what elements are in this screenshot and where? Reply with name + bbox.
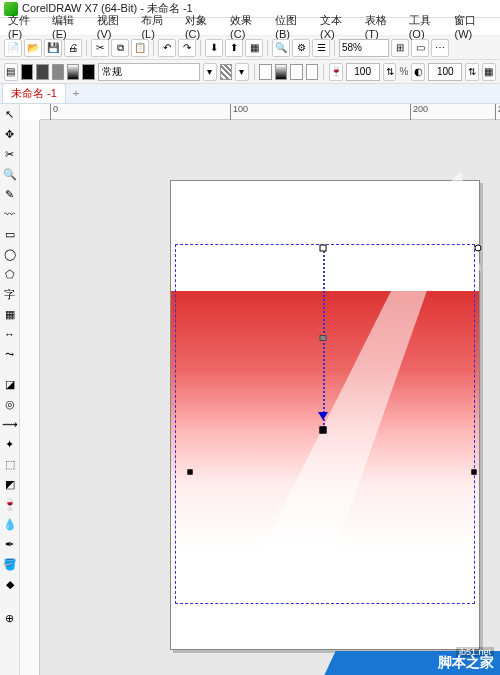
menu-object[interactable]: 对象(C) <box>181 13 224 40</box>
pick-tool[interactable]: ↖ <box>2 106 18 122</box>
edit-fill-button[interactable]: ▤ <box>4 63 18 81</box>
undo-button[interactable]: ↶ <box>158 39 176 57</box>
fill-linear-swatch[interactable] <box>275 64 287 80</box>
separator <box>254 64 255 80</box>
vertical-ruler <box>20 120 40 675</box>
dropdown-icon[interactable]: ▾ <box>203 63 217 81</box>
document-tabbar: 未命名 -1 + <box>0 84 500 104</box>
toolbox: ↖ ✥ ✂ 🔍 ✎ 〰 ▭ ◯ ⬠ 字 ▦ ↔ ⤳ ◪ ◎ ⟿ ✦ ⬚ ◩ 🍷 … <box>0 104 20 675</box>
fill-none-swatch[interactable] <box>259 64 271 80</box>
swatch-gray[interactable] <box>52 64 64 80</box>
distort-tool[interactable]: ✦ <box>2 436 18 452</box>
print-button[interactable]: 🖨 <box>64 39 82 57</box>
rotation-handle[interactable] <box>475 245 482 252</box>
stepper2-icon[interactable]: ⇅ <box>465 63 479 81</box>
work-area: ↖ ✥ ✂ 🔍 ✎ 〰 ▭ ◯ ⬠ 字 ▦ ↔ ⤳ ◪ ◎ ⟿ ✦ ⬚ ◩ 🍷 … <box>0 104 500 675</box>
gradient-end-handle[interactable] <box>320 427 327 434</box>
redo-button[interactable]: ↷ <box>178 39 196 57</box>
stepper-icon[interactable]: ⇅ <box>383 63 397 81</box>
rectangle-tool[interactable]: ▭ <box>2 226 18 242</box>
menu-table[interactable]: 表格(T) <box>361 13 403 40</box>
swatch-dkgray[interactable] <box>36 64 48 80</box>
contour-tool[interactable]: ◎ <box>2 396 18 412</box>
copy-button[interactable]: ⧉ <box>111 39 129 57</box>
gradient-start-handle[interactable] <box>320 245 327 252</box>
interactive-fill-tool[interactable]: ◆ <box>2 576 18 592</box>
menu-effects[interactable]: 效果(C) <box>226 13 269 40</box>
sel-handle[interactable] <box>472 470 477 475</box>
import-button[interactable]: ⬇ <box>205 39 223 57</box>
menu-layout[interactable]: 布局(L) <box>137 13 179 40</box>
property-bar: ▤ ▾ ▾ 🍷 ⇅ % ◐ ⇅ ▦ <box>0 60 500 84</box>
expand-icon[interactable]: ⊕ <box>2 610 18 626</box>
ruler-tick: 200 <box>410 104 428 120</box>
cut-button[interactable]: ✂ <box>91 39 109 57</box>
separator <box>267 40 268 56</box>
dropshadow-tool[interactable]: ◪ <box>2 376 18 392</box>
menu-text[interactable]: 文本(X) <box>316 13 359 40</box>
ruler-tick: 100 <box>230 104 248 120</box>
freehand-tool[interactable]: ✎ <box>2 186 18 202</box>
canvas-area: 0 100 200 250 <box>20 104 500 675</box>
artistic-tool[interactable]: 〰 <box>2 206 18 222</box>
red-gradient-object[interactable] <box>171 291 479 551</box>
search-button[interactable]: 🔍 <box>272 39 290 57</box>
polygon-tool[interactable]: ⬠ <box>2 266 18 282</box>
menu-view[interactable]: 视图(V) <box>93 13 136 40</box>
launch-button[interactable]: ⚙ <box>292 39 310 57</box>
snap-button[interactable]: ⊞ <box>391 39 409 57</box>
separator <box>323 64 324 80</box>
eyedropper-tool[interactable]: 💧 <box>2 516 18 532</box>
menu-file[interactable]: 文件(F) <box>4 13 46 40</box>
blend-tool[interactable]: ⟿ <box>2 416 18 432</box>
swatch-gradient[interactable] <box>67 64 79 80</box>
apply-button[interactable]: ▦ <box>482 63 496 81</box>
snap2-button[interactable]: ▭ <box>411 39 429 57</box>
dropdown2-icon[interactable]: ▾ <box>235 63 249 81</box>
extrude-tool[interactable]: ◩ <box>2 476 18 492</box>
merge-icon: ◐ <box>411 63 425 81</box>
new-tab-button[interactable]: + <box>68 87 84 103</box>
envelope-tool[interactable]: ⬚ <box>2 456 18 472</box>
opacity-field[interactable] <box>346 63 380 81</box>
shape-tool[interactable]: ✥ <box>2 126 18 142</box>
paste-button[interactable]: 📋 <box>131 39 149 57</box>
crop-tool[interactable]: ✂ <box>2 146 18 162</box>
document-tab[interactable]: 未命名 -1 <box>2 83 66 103</box>
table-tool[interactable]: ▦ <box>2 306 18 322</box>
options2-button[interactable]: ⋯ <box>431 39 449 57</box>
export-button[interactable]: ⬆ <box>225 39 243 57</box>
fill-conical-swatch[interactable] <box>306 64 318 80</box>
gradient-mid-slider[interactable] <box>320 335 327 341</box>
menu-bitmap[interactable]: 位图(B) <box>271 13 314 40</box>
zoom-tool[interactable]: 🔍 <box>2 166 18 182</box>
drawing-canvas[interactable] <box>40 120 500 675</box>
options-button[interactable]: ☰ <box>312 39 330 57</box>
new-button[interactable]: 📄 <box>4 39 22 57</box>
fill-radial-swatch[interactable] <box>290 64 302 80</box>
watermark: jb51.net 脚本之家 <box>360 647 500 675</box>
transparency-tool[interactable]: 🍷 <box>2 496 18 512</box>
open-button[interactable]: 📂 <box>24 39 42 57</box>
fill-tool[interactable]: 🪣 <box>2 556 18 572</box>
pattern-swatch[interactable] <box>220 64 232 80</box>
swatch-black[interactable] <box>21 64 33 80</box>
swatch-black2[interactable] <box>82 64 94 80</box>
separator <box>86 40 87 56</box>
publish-button[interactable]: ▦ <box>245 39 263 57</box>
connector-tool[interactable]: ⤳ <box>2 346 18 362</box>
gradient-arrow-icon[interactable] <box>318 412 328 420</box>
style-select[interactable] <box>98 63 200 81</box>
dimension-tool[interactable]: ↔ <box>2 326 18 342</box>
menu-window[interactable]: 窗口(W) <box>450 13 496 40</box>
save-button[interactable]: 💾 <box>44 39 62 57</box>
menu-tools[interactable]: 工具(O) <box>405 13 449 40</box>
outline-tool[interactable]: ✒ <box>2 536 18 552</box>
sel-handle[interactable] <box>188 470 193 475</box>
text-tool[interactable]: 字 <box>2 286 18 302</box>
ellipse-tool[interactable]: ◯ <box>2 246 18 262</box>
merge-field[interactable] <box>428 63 462 81</box>
ruler-tick: 250 <box>495 104 500 120</box>
zoom-level-select[interactable] <box>339 39 389 57</box>
menu-edit[interactable]: 编辑(E) <box>48 13 91 40</box>
